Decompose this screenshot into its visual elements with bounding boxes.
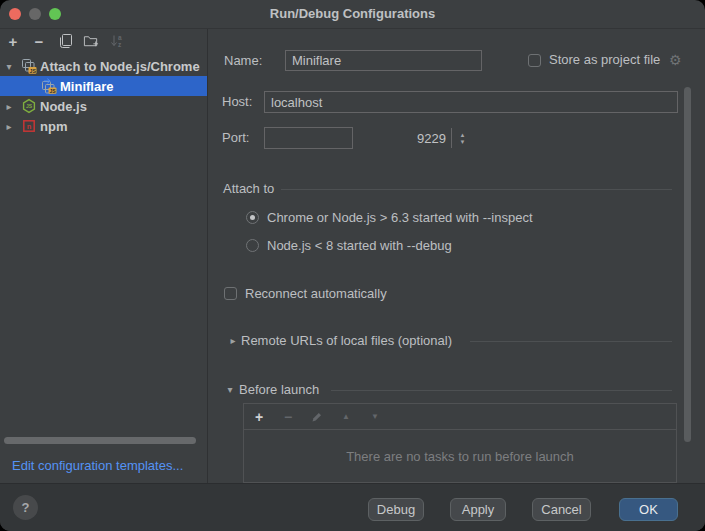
add-task-button[interactable]: + [252, 409, 266, 425]
before-launch-toolbar: + − ▲ ▼ [244, 404, 676, 430]
svg-text:JS: JS [30, 68, 37, 74]
run-debug-configurations-dialog: Run/Debug Configurations + − a z [0, 0, 705, 531]
configurations-toolbar: + − a z [5, 30, 125, 52]
gear-icon[interactable]: ⚙ [669, 49, 682, 71]
attach-to-separator-line [281, 189, 672, 190]
store-as-project-file-checkbox[interactable] [528, 54, 541, 67]
copy-configuration-button[interactable] [57, 32, 73, 50]
reconnect-automatically-checkbox[interactable] [224, 287, 237, 300]
new-folder-icon [83, 33, 99, 49]
remote-urls-section-title[interactable]: Remote URLs of local files (optional) [241, 330, 452, 352]
tree-item-miniflare[interactable]: JS Miniflare [0, 76, 207, 96]
footer [0, 484, 705, 531]
reconnect-automatically-label[interactable]: Reconnect automatically [245, 283, 387, 305]
move-task-up-button[interactable]: ▲ [339, 409, 353, 425]
tree-item-label: Miniflare [60, 79, 113, 94]
chevron-right-icon[interactable]: ▸ [2, 121, 16, 132]
new-folder-button[interactable] [83, 32, 99, 50]
add-configuration-button[interactable]: + [5, 32, 21, 50]
tree-item-label: npm [40, 119, 67, 134]
store-as-project-file-label[interactable]: Store as project file [549, 49, 660, 71]
spinner-down-icon[interactable]: ▼ [460, 138, 466, 145]
tree-item-npm[interactable]: ▸ n npm [0, 116, 207, 136]
svg-text:a: a [118, 34, 122, 41]
tree-item-label: Node.js [40, 99, 87, 114]
minimize-window-button [29, 8, 41, 20]
tree-item-label: Attach to Node.js/Chrome [40, 59, 200, 74]
name-input[interactable] [285, 50, 482, 71]
chevron-right-icon[interactable]: ▸ [226, 333, 240, 349]
triangle-down-icon: ▼ [371, 412, 379, 421]
chevron-right-icon[interactable]: ▸ [2, 101, 16, 112]
minus-icon: − [284, 409, 292, 425]
sidebar-horizontal-scrollbar[interactable] [4, 437, 196, 444]
npm-icon: n [21, 118, 37, 134]
ok-button[interactable]: OK [619, 498, 678, 521]
radio-nodejs-debug-label[interactable]: Node.js < 8 started with --debug [267, 235, 452, 257]
spinner-up-icon[interactable]: ▲ [460, 131, 466, 138]
sidebar-divider [207, 29, 208, 483]
svg-text:JS: JS [50, 88, 57, 94]
question-mark-icon: ? [22, 500, 30, 515]
minus-icon: − [35, 33, 44, 50]
tree-item-nodejs[interactable]: ▸ JS Node.js [0, 96, 207, 116]
tree-item-attach-to-nodejs-chrome[interactable]: ▾ JS Attach to Node.js/Chrome [0, 56, 207, 76]
attach-to-section-title: Attach to [223, 178, 274, 200]
port-spinner: ▲ ▼ [451, 128, 473, 148]
svg-text:z: z [118, 41, 122, 48]
plus-icon: + [9, 33, 18, 50]
dialog-title: Run/Debug Configurations [60, 0, 645, 28]
edit-configuration-templates-link[interactable]: Edit configuration templates... [12, 458, 183, 474]
host-input[interactable] [264, 91, 678, 113]
plus-icon: + [255, 409, 263, 425]
remote-urls-separator-line [470, 341, 672, 342]
edit-task-button[interactable] [310, 409, 324, 425]
sort-configurations-button[interactable]: a z [109, 32, 125, 50]
move-task-down-button[interactable]: ▼ [368, 409, 382, 425]
triangle-up-icon: ▲ [342, 412, 350, 421]
window-controls [9, 8, 61, 20]
svg-text:n: n [27, 122, 32, 131]
nodejs-icon: JS [21, 98, 37, 114]
radio-chrome-inspect[interactable] [246, 211, 259, 224]
debug-button[interactable]: Debug [368, 498, 424, 521]
apply-button[interactable]: Apply [450, 498, 506, 521]
radio-chrome-inspect-label[interactable]: Chrome or Node.js > 6.3 started with --i… [267, 207, 533, 229]
remove-configuration-button[interactable]: − [31, 32, 47, 50]
port-field: ▲ ▼ [264, 127, 353, 149]
remove-task-button[interactable]: − [281, 409, 295, 425]
port-input[interactable] [265, 128, 451, 148]
copy-icon [57, 33, 73, 49]
no-tasks-empty-text: There are no tasks to run before launch [244, 430, 676, 482]
before-launch-tasks-panel: + − ▲ ▼ There are no tasks to run before… [243, 403, 677, 483]
port-label: Port: [222, 127, 249, 149]
attach-nodejs-chrome-icon: JS [21, 58, 37, 74]
attach-nodejs-chrome-icon: JS [41, 78, 57, 94]
name-label: Name: [224, 50, 262, 72]
radio-nodejs-debug[interactable] [246, 239, 259, 252]
chevron-down-icon[interactable]: ▾ [223, 382, 237, 398]
titlebar: Run/Debug Configurations [0, 0, 705, 29]
cancel-button[interactable]: Cancel [532, 498, 591, 521]
close-window-button[interactable] [9, 8, 21, 20]
svg-text:JS: JS [26, 103, 33, 109]
help-button[interactable]: ? [13, 495, 38, 520]
before-launch-section-title[interactable]: Before launch [239, 379, 319, 401]
vertical-scrollbar[interactable] [684, 87, 691, 442]
sort-az-icon: a z [109, 33, 125, 49]
chevron-down-icon[interactable]: ▾ [2, 61, 16, 72]
before-launch-separator-line [331, 390, 672, 391]
host-label: Host: [222, 91, 252, 113]
pencil-icon [311, 411, 323, 423]
